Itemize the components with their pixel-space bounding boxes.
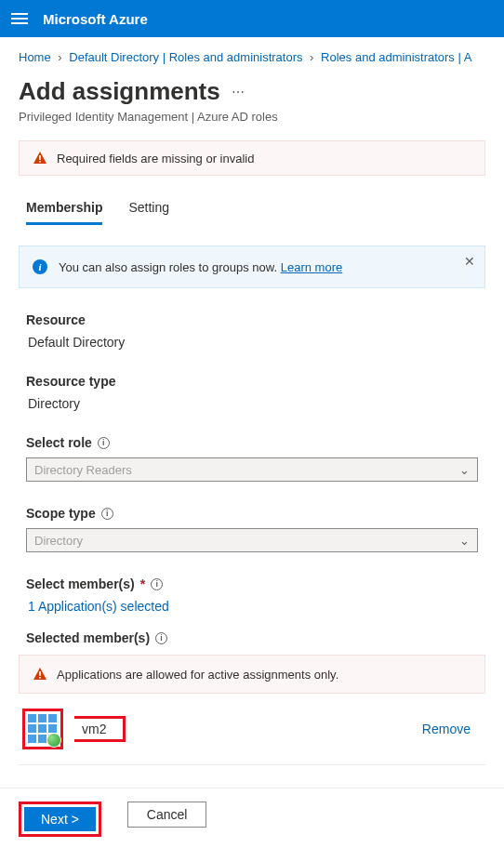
selected-members-group: Selected member(s) i Applications are al…	[26, 630, 478, 765]
svg-rect-0	[39, 155, 41, 160]
svg-rect-3	[39, 677, 41, 679]
scope-type-dropdown: Directory ⌄	[26, 528, 478, 552]
resource-type-value: Directory	[26, 396, 478, 411]
breadcrumb-home[interactable]: Home	[19, 50, 51, 64]
selected-count-link[interactable]: 1 Application(s) selected	[26, 599, 478, 614]
info-banner: i You can also assign roles to groups no…	[19, 245, 485, 288]
select-role-label: Select role i	[26, 435, 478, 450]
next-button[interactable]: Next >	[24, 807, 96, 831]
member-name: vm2	[82, 722, 106, 736]
select-role-value: Directory Readers	[34, 463, 132, 477]
menu-icon[interactable]	[11, 10, 28, 27]
chevron-down-icon: ⌄	[459, 534, 470, 548]
info-icon: i	[33, 259, 47, 274]
help-icon[interactable]: i	[155, 632, 167, 644]
more-actions-button[interactable]: ⋯	[232, 85, 245, 99]
resource-label: Resource	[26, 312, 478, 327]
help-icon[interactable]: i	[151, 578, 163, 590]
select-role-label-text: Select role	[26, 435, 92, 450]
scope-type-group: Scope type i Directory ⌄	[26, 506, 478, 552]
info-text-prefix: You can also assign roles to groups now.	[59, 260, 281, 274]
chevron-right-icon: ›	[310, 50, 313, 64]
member-left: vm2	[22, 709, 126, 749]
validation-banner: Required fields are missing or invalid	[19, 140, 485, 176]
page-title: Add assignments	[19, 77, 220, 106]
chevron-down-icon: ⌄	[459, 463, 470, 477]
resource-value: Default Directory	[26, 335, 478, 350]
remove-member-link[interactable]: Remove	[422, 722, 471, 736]
globe-badge-icon	[46, 733, 61, 748]
help-icon[interactable]: i	[98, 437, 110, 449]
validation-text: Required fields are missing or invalid	[57, 152, 254, 166]
top-bar: Microsoft Azure	[0, 0, 504, 37]
annotation-highlight: Next >	[19, 802, 101, 837]
resource-group: Resource Default Directory	[26, 312, 478, 350]
info-text: You can also assign roles to groups now.…	[59, 260, 342, 274]
select-members-label-text: Select member(s)	[26, 576, 135, 591]
breadcrumb: Home › Default Directory | Roles and adm…	[0, 37, 504, 64]
tab-setting[interactable]: Setting	[128, 200, 169, 225]
form-area: Resource Default Directory Resource type…	[0, 288, 504, 765]
tabs: Membership Setting	[0, 176, 504, 225]
footer: Next > Cancel	[0, 788, 504, 837]
resource-type-label: Resource type	[26, 374, 478, 389]
select-members-label: Select member(s) * i	[26, 576, 478, 591]
svg-rect-2	[39, 671, 41, 676]
cancel-button[interactable]: Cancel	[127, 802, 207, 828]
scope-type-value: Directory	[34, 534, 83, 548]
chevron-right-icon: ›	[58, 50, 61, 64]
selected-members-label-text: Selected member(s)	[26, 630, 150, 645]
selected-members-label: Selected member(s) i	[26, 630, 478, 645]
select-role-dropdown: Directory Readers ⌄	[26, 457, 478, 482]
warning-icon	[33, 151, 47, 166]
svg-rect-1	[39, 161, 41, 163]
annotation-highlight: vm2	[74, 716, 126, 742]
breadcrumb-roles[interactable]: Roles and administrators | A	[321, 50, 471, 64]
member-row: vm2 Remove	[19, 699, 485, 765]
select-members-group: Select member(s) * i 1 Application(s) se…	[26, 576, 478, 614]
tab-membership[interactable]: Membership	[26, 200, 102, 225]
breadcrumb-directory[interactable]: Default Directory | Roles and administra…	[69, 50, 302, 64]
page-subtitle: Privileged Identity Management | Azure A…	[0, 106, 504, 124]
scope-type-label: Scope type i	[26, 506, 478, 521]
help-icon[interactable]: i	[101, 508, 113, 520]
required-indicator: *	[140, 576, 145, 591]
active-only-banner: Applications are allowed for active assi…	[19, 655, 485, 694]
close-icon[interactable]: ✕	[464, 254, 475, 269]
active-only-text: Applications are allowed for active assi…	[57, 668, 338, 682]
resource-type-group: Resource type Directory	[26, 374, 478, 411]
application-icon	[28, 714, 58, 744]
annotation-highlight	[22, 709, 63, 749]
learn-more-link[interactable]: Learn more	[281, 260, 342, 274]
warning-icon	[33, 667, 47, 682]
scope-type-label-text: Scope type	[26, 506, 96, 521]
brand-label: Microsoft Azure	[43, 11, 148, 27]
select-role-group: Select role i Directory Readers ⌄	[26, 435, 478, 482]
